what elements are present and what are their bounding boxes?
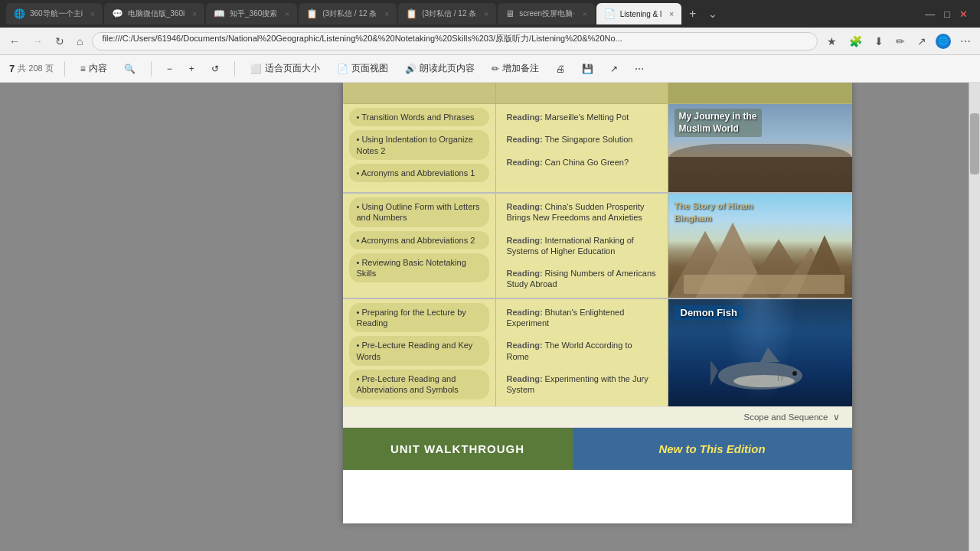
unit-walkthrough-section[interactable]: UNIT WALKTHROUGH (343, 428, 573, 470)
left-panel (0, 83, 226, 551)
pdf-page: • Transition Words and Phrases • Using I… (343, 83, 852, 523)
unit-walkthrough-label: UNIT WALKTHROUGH (390, 442, 524, 455)
section3-readings: Reading: Bhutan's Enlightened Experiment… (496, 299, 668, 406)
refresh-button[interactable]: ↻ (52, 34, 67, 49)
share-icon: ↗ (610, 64, 618, 74)
reading-item: Reading: Rising Numbers of Americans Stu… (502, 264, 662, 294)
share-button[interactable]: ↗ (914, 34, 929, 49)
section3: • Preparing for the Lecture by Reading •… (343, 299, 852, 407)
pdf-toolbar: 7 共 208 页 ≡ 内容 🔍 − + ↺ ⬜ 适合页面大小 📄 页面视图 (0, 55, 980, 83)
svg-point-10 (792, 371, 797, 376)
rotate-button[interactable]: ↺ (207, 62, 224, 76)
section3-image: Demon Fish (668, 299, 852, 406)
maximize-button[interactable]: □ (944, 8, 950, 20)
demon-fish-title: Demon Fish (675, 305, 743, 320)
search-button[interactable]: 🔍 (119, 62, 140, 76)
reading-item: Reading: Experimenting with the Jury Sys… (502, 370, 662, 399)
read-aloud-button[interactable]: 🔊 朗读此页内容 (400, 60, 479, 77)
fit-icon: ⬜ (250, 64, 262, 74)
tab-dropdown-button[interactable]: ⌄ (704, 3, 722, 24)
svg-marker-6 (710, 360, 718, 386)
section2-readings: Reading: China's Sudden Prosperity Bring… (496, 194, 668, 298)
minimize-button[interactable]: — (925, 8, 935, 20)
save-button[interactable]: 💾 (577, 62, 598, 76)
scope-dropdown-icon[interactable]: ∨ (833, 412, 840, 422)
reading-item: Reading: China's Sudden Prosperity Bring… (502, 197, 662, 227)
annotate-icon: ✏ (492, 64, 499, 74)
section1-skills: • Transition Words and Phrases • Using I… (343, 104, 496, 192)
tab-screen[interactable]: 🖥 screen投屏电脑· × (498, 3, 595, 24)
reading-item: Reading: The Singapore Solution (502, 130, 662, 148)
app-window: 🌐 360导航一个主i × 💬 电脑微信版_360i × 📖 知乎_360搜索 … (0, 0, 980, 551)
home-button[interactable]: ⌂ (74, 34, 86, 49)
tab-listening[interactable]: 📄 Listening & l × (596, 3, 681, 24)
separator3 (234, 61, 235, 77)
edit-button[interactable]: ✏ (893, 34, 908, 49)
reading-item: Reading: Marseille's Melting Pot (502, 108, 662, 126)
save-icon: 💾 (582, 64, 593, 74)
profile-button[interactable]: 🌐 (936, 34, 951, 49)
new-edition-section[interactable]: New to This Edition (573, 428, 852, 470)
title-bar: 🌐 360导航一个主i × 💬 电脑微信版_360i × 📖 知乎_360搜索 … (0, 0, 980, 28)
browser-body: • Transition Words and Phrases • Using I… (0, 83, 980, 551)
new-tab-button[interactable]: + (683, 3, 702, 24)
speaker-icon: 🔊 (405, 64, 416, 74)
tab-mail1[interactable]: 📋 (3封私信 / 12 条 × (299, 3, 397, 24)
zoom-out-button[interactable]: − (162, 62, 177, 76)
reading-item: Reading: International Ranking of System… (502, 231, 662, 261)
section1-image: My Journey in theMuslim World (668, 104, 852, 192)
section2-image: The Story of HiramBingham (668, 194, 852, 298)
scrollbar[interactable] (969, 83, 980, 551)
page-view-button[interactable]: 📄 页面视图 (332, 60, 393, 77)
skill-item: • Preparing for the Lecture by Reading (349, 303, 489, 333)
search-icon: 🔍 (124, 64, 136, 74)
zoom-in-button[interactable]: + (185, 62, 199, 76)
reading-item: Reading: The World According to Rome (502, 336, 662, 366)
close-button[interactable]: ✕ (959, 8, 968, 20)
skill-item: • Using Outline Form with Letters and Nu… (349, 197, 489, 227)
reading-item: Reading: Bhutan's Enlightened Experiment (502, 303, 662, 333)
tab-zhihu[interactable]: 📖 知乎_360搜索 × (206, 3, 297, 24)
downloads-button[interactable]: ⬇ (871, 34, 887, 49)
share-toolbar-button[interactable]: ↗ (606, 62, 622, 76)
skill-item: • Using Indentation to Organize Notes 2 (349, 130, 489, 160)
svg-point-9 (733, 375, 795, 387)
fit-page-button[interactable]: ⬜ 适合页面大小 (246, 60, 325, 77)
skill-item: • Pre-Lecture Reading and Abbreviations … (349, 370, 489, 399)
more-button[interactable]: ⋯ (630, 62, 648, 76)
forward-button[interactable]: → (29, 34, 46, 49)
separator2 (151, 61, 152, 77)
print-icon: 🖨 (556, 64, 565, 74)
list-icon: ≡ (80, 64, 86, 74)
current-page: 7 (9, 63, 15, 74)
partial-top-row (343, 83, 852, 104)
section1-readings: Reading: Marseille's Melting Pot Reading… (496, 104, 668, 192)
url-bar[interactable]: file:///C:/Users/61946/Documents/Nationa… (92, 32, 818, 51)
skill-item: • Transition Words and Phrases (349, 108, 489, 126)
menu-button[interactable]: ⋯ (957, 34, 974, 49)
print-button[interactable]: 🖨 (551, 62, 570, 76)
view-icon: 📄 (337, 64, 348, 74)
scroll-thumb[interactable] (970, 113, 979, 174)
back-button[interactable]: ← (6, 34, 23, 49)
tab-360nav[interactable]: 🌐 360导航一个主i × (6, 3, 103, 24)
scope-sequence-row: Scope and Sequence ∨ (343, 407, 852, 428)
section3-skills: • Preparing for the Lecture by Reading •… (343, 299, 496, 406)
section2: • Using Outline Form with Letters and Nu… (343, 194, 852, 299)
tab-wechat[interactable]: 💬 电脑微信版_360i × (104, 3, 204, 24)
separator1 (64, 61, 65, 77)
reading-item: Reading: Can China Go Green? (502, 153, 662, 171)
scope-sequence-label: Scope and Sequence (744, 412, 828, 422)
annotate-button[interactable]: ✏ 增加备注 (487, 60, 544, 77)
pdf-container: • Transition Words and Phrases • Using I… (226, 83, 969, 551)
more-icon: ⋯ (635, 64, 644, 74)
total-pages: 共 208 页 (18, 63, 53, 74)
tab-mail2[interactable]: 📋 (3封私信 / 12 条 × (398, 3, 496, 24)
extensions-button[interactable]: 🧩 (846, 34, 865, 49)
skill-item: • Acronyms and Abbreviations 2 (349, 231, 489, 249)
svg-marker-7 (760, 347, 779, 362)
bottom-section: UNIT WALKTHROUGH New to This Edition (343, 428, 852, 470)
contents-button[interactable]: ≡ 内容 (76, 60, 112, 77)
bookmark-button[interactable]: ★ (824, 34, 840, 49)
address-bar: ← → ↻ ⌂ file:///C:/Users/61946/Documents… (0, 28, 980, 55)
